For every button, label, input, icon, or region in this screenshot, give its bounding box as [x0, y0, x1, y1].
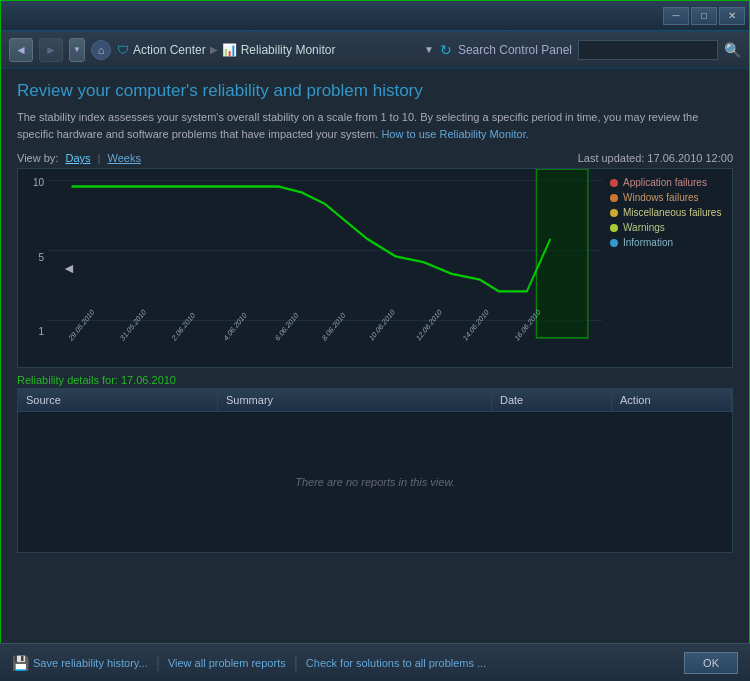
- dropdown-arrow[interactable]: ▼: [424, 44, 434, 55]
- save-history-link[interactable]: Save reliability history...: [33, 657, 148, 669]
- legend-label-warn: Warnings: [623, 222, 665, 233]
- action-center-label[interactable]: Action Center: [133, 43, 206, 57]
- svg-text:14.06.2010: 14.06.2010: [461, 307, 490, 343]
- legend-dot-warn: [610, 224, 618, 232]
- legend-dot-misc: [610, 209, 618, 217]
- days-button[interactable]: Days: [65, 152, 90, 164]
- page-title: Review your computer's reliability and p…: [17, 81, 733, 101]
- reliability-monitor-label: Reliability Monitor: [241, 43, 336, 57]
- ok-button[interactable]: OK: [684, 652, 738, 674]
- search-input[interactable]: [578, 40, 718, 60]
- legend-application-failures: Application failures: [610, 177, 724, 188]
- y-label-5: 5: [38, 252, 44, 263]
- table-header: Source Summary Date Action: [18, 389, 732, 412]
- legend-label-win: Windows failures: [623, 192, 699, 203]
- legend-label-misc: Miscellaneous failures: [623, 207, 721, 218]
- details-header: Reliability details for: 17.06.2010: [17, 372, 733, 388]
- refresh-icon[interactable]: ↻: [440, 42, 452, 58]
- maximize-button[interactable]: □: [691, 7, 717, 25]
- breadcrumb: 🛡 Action Center ▶ 📊 Reliability Monitor: [117, 43, 418, 57]
- viewby-bar: View by: Days | Weeks Last updated: 17.0…: [17, 152, 733, 164]
- svg-text:10.06.2010: 10.06.2010: [368, 307, 397, 343]
- col-action: Action: [612, 389, 732, 411]
- legend-label-info: Information: [623, 237, 673, 248]
- table-body: There are no reports in this view.: [18, 412, 732, 552]
- svg-text:6.06.2010: 6.06.2010: [274, 310, 300, 343]
- check-solutions-link[interactable]: Check for solutions to all problems ...: [306, 657, 486, 669]
- y-label-10: 10: [33, 177, 44, 188]
- how-to-link[interactable]: How to use Reliability Monitor.: [381, 128, 528, 140]
- col-summary: Summary: [218, 389, 492, 411]
- home-icon[interactable]: ⌂: [91, 40, 111, 60]
- save-icon: 💾: [12, 655, 29, 671]
- viewby-separator: |: [98, 152, 101, 164]
- legend-misc-failures: Miscellaneous failures: [610, 207, 724, 218]
- legend-dot-info: [610, 239, 618, 247]
- col-date: Date: [492, 389, 612, 411]
- col-source: Source: [18, 389, 218, 411]
- svg-text:31.05.2010: 31.05.2010: [119, 307, 148, 343]
- svg-text:4.06.2010: 4.06.2010: [222, 310, 248, 343]
- svg-text:12.06.2010: 12.06.2010: [415, 307, 444, 343]
- scroll-left-arrow[interactable]: ◄: [62, 260, 76, 276]
- legend-dot-app: [610, 179, 618, 187]
- footer: 💾 Save reliability history... | View all…: [0, 643, 750, 681]
- chart-svg: 29.05.2010 31.05.2010 2.06.2010 4.06.201…: [48, 169, 602, 367]
- legend-information: Information: [610, 237, 724, 248]
- main-content: Review your computer's reliability and p…: [1, 69, 749, 561]
- legend-label-app: Application failures: [623, 177, 707, 188]
- chart-area[interactable]: ◄ 29.05.2010 31.05.2010 2.06.2010 4.06.2…: [48, 169, 602, 367]
- titlebar: ─ □ ✕: [1, 1, 749, 31]
- breadcrumb-sep: ▶: [210, 44, 218, 55]
- dropdown-button[interactable]: ▼: [69, 38, 85, 62]
- svg-text:8.06.2010: 8.06.2010: [321, 310, 347, 343]
- y-label-1: 1: [38, 326, 44, 337]
- reliability-chart[interactable]: 10 5 1 ◄ 29.05.2010 31.05.2010 2: [17, 168, 733, 368]
- legend-windows-failures: Windows failures: [610, 192, 724, 203]
- search-label: Search Control Panel: [458, 43, 572, 57]
- addressbar: ◄ ► ▼ ⌂ 🛡 Action Center ▶ 📊 Reliability …: [1, 31, 749, 69]
- details-table: Source Summary Date Action There are no …: [17, 388, 733, 553]
- weeks-button[interactable]: Weeks: [107, 152, 140, 164]
- description-text: The stability index assesses your system…: [17, 111, 698, 140]
- legend-warnings: Warnings: [610, 222, 724, 233]
- description: The stability index assesses your system…: [17, 109, 717, 142]
- back-button[interactable]: ◄: [9, 38, 33, 62]
- svg-text:2.06.2010: 2.06.2010: [170, 310, 196, 343]
- chart-y-axis: 10 5 1: [18, 169, 48, 367]
- empty-table-message: There are no reports in this view.: [295, 476, 455, 488]
- search-area: ▼ ↻ Search Control Panel 🔍: [424, 40, 741, 60]
- forward-button[interactable]: ►: [39, 38, 63, 62]
- viewby-label: View by: Days | Weeks: [17, 152, 141, 164]
- chart-legend: Application failures Windows failures Mi…: [602, 169, 732, 367]
- legend-dot-win: [610, 194, 618, 202]
- monitor-icon: 📊: [222, 43, 237, 57]
- view-reports-link[interactable]: View all problem reports: [168, 657, 286, 669]
- last-updated: Last updated: 17.06.2010 12:00: [578, 152, 733, 164]
- svg-text:29.05.2010: 29.05.2010: [67, 307, 96, 343]
- close-button[interactable]: ✕: [719, 7, 745, 25]
- footer-sep1: |: [156, 654, 160, 672]
- action-center-icon: 🛡: [117, 43, 129, 57]
- footer-sep2: |: [294, 654, 298, 672]
- minimize-button[interactable]: ─: [663, 7, 689, 25]
- search-icon[interactable]: 🔍: [724, 42, 741, 58]
